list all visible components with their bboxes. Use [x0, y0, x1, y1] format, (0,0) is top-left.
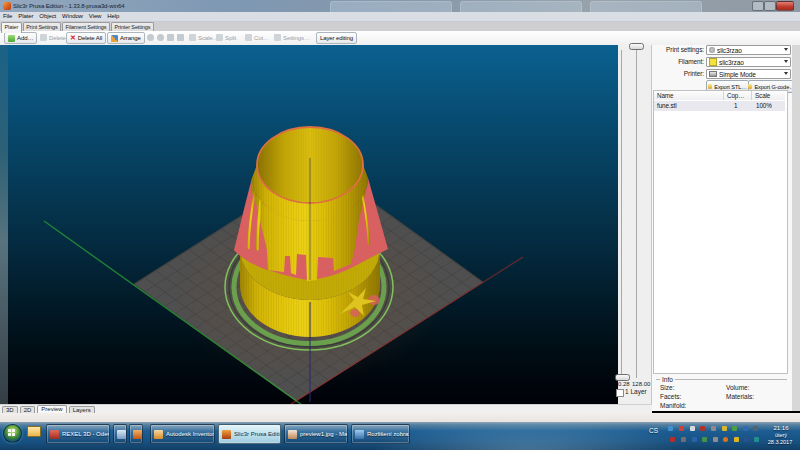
column-name[interactable]: Name [654, 91, 724, 100]
rotate-cw-icon[interactable] [157, 34, 164, 41]
status-bar [0, 413, 800, 422]
taskbar-button-rexel[interactable]: REXEL 3D - Odeslat o… [46, 424, 110, 444]
close-button[interactable] [776, 1, 794, 11]
settings-icon [274, 34, 281, 41]
tray-icon[interactable] [744, 437, 749, 442]
paint-icon [288, 430, 297, 439]
column-scale[interactable]: Scale [752, 91, 785, 100]
minimize-button[interactable] [752, 1, 764, 11]
clock-date: 28.3.2017 [763, 439, 797, 445]
window-frame-left [0, 45, 8, 404]
clock-day: úterý [766, 432, 796, 438]
tray-icon[interactable] [753, 426, 758, 431]
split-button[interactable]: Split [216, 33, 236, 42]
title-bar: Slic3r Prusa Edition - 1.33.8-prusa3d-wi… [0, 0, 800, 12]
tray-icon[interactable] [734, 437, 739, 442]
tray-icon[interactable] [722, 426, 727, 431]
tray-icon[interactable] [713, 437, 718, 442]
menu-help[interactable]: Help [104, 12, 122, 21]
info-title: Info [660, 376, 675, 383]
tray-icon[interactable] [670, 437, 675, 442]
small-app-icon-1 [117, 430, 126, 439]
menu-plater[interactable]: Plater [15, 12, 36, 21]
rotate-ccw-icon[interactable] [147, 34, 154, 41]
taskbar-button-inventor[interactable]: Autodesk Inventor Pr… [150, 424, 215, 444]
language-indicator[interactable]: CS [649, 427, 658, 434]
chevron-down-icon [784, 48, 788, 51]
menu-object[interactable]: Object [36, 12, 59, 21]
inventor-icon [154, 430, 163, 439]
printer-icon [709, 71, 717, 77]
layer-slider-low-value: 0.28 [618, 381, 630, 387]
layer-slider-high-track[interactable] [636, 50, 637, 378]
scale-down-icon[interactable] [177, 34, 184, 41]
settings-button[interactable]: Settings… [274, 33, 310, 42]
layer-editing-button[interactable]: Layer editing [316, 32, 357, 44]
delete-all-icon: ✕ [70, 34, 76, 42]
filament-combo[interactable]: slic3rzao [706, 57, 791, 67]
toolbar: Add… Delete ✕ Delete All Arrange Scale… … [0, 31, 800, 46]
split-icon [216, 34, 223, 41]
screen: Slic3r Prusa Edition - 1.33.8-prusa3d-wi… [0, 0, 800, 450]
column-copies[interactable]: Cop… [724, 91, 752, 100]
cut-icon [245, 34, 252, 41]
printer-combo[interactable]: Simple Mode [706, 69, 791, 79]
tray-icon[interactable] [723, 437, 728, 442]
table-row[interactable]: fune.stl 1 100% [654, 101, 785, 111]
layer-slider-low-thumb[interactable] [615, 374, 630, 381]
cell-name: fune.stl [657, 102, 677, 109]
cell-scale: 100% [756, 102, 772, 109]
tray-icon[interactable] [754, 437, 759, 442]
scale-up-icon[interactable] [167, 34, 174, 41]
one-layer-checkbox[interactable] [616, 389, 624, 397]
cut-button[interactable]: Cut… [245, 33, 269, 42]
taskbar-small-button-1[interactable] [113, 424, 127, 444]
print-settings-combo[interactable]: slic3rzao [706, 45, 791, 55]
tray-icon[interactable] [702, 437, 707, 442]
export-stl-icon [708, 84, 712, 89]
gear-icon [709, 47, 715, 53]
maximize-button[interactable] [764, 1, 776, 11]
3d-scene [8, 45, 618, 404]
taskbar-button-slic3r[interactable]: Slic3r Prusa Edition -… [218, 424, 281, 444]
layer-slider-low-track[interactable] [621, 50, 622, 378]
arrange-icon [111, 35, 118, 42]
delete-all-button[interactable]: ✕ Delete All [66, 32, 106, 44]
taskbar-small-button-2[interactable] [129, 424, 143, 444]
tray-icon[interactable] [711, 426, 716, 431]
tab-plater[interactable]: Plater [1, 22, 22, 33]
taskbar-button-resolution[interactable]: Rozlišení zobrazení [351, 424, 410, 444]
object-table: Name Cop… Scale fune.stl 1 100% [653, 90, 788, 374]
tray-icon[interactable] [700, 426, 705, 431]
tray-icon[interactable] [668, 426, 673, 431]
printer-label: Printer: [654, 70, 704, 77]
arrange-button[interactable]: Arrange [107, 32, 145, 44]
taskbar-button-paint[interactable]: preview1.jpg - Malov… [284, 424, 348, 444]
tray-icon[interactable] [732, 426, 737, 431]
delete-icon [40, 34, 47, 41]
clock-time[interactable]: 21:16 [766, 425, 796, 431]
info-manifold-label: Manifold: [660, 402, 686, 409]
slic3r-taskbar-icon [222, 430, 231, 439]
menu-file[interactable]: File [0, 12, 15, 21]
tray-icon[interactable] [690, 426, 695, 431]
layer-slider-high-thumb[interactable] [629, 43, 644, 50]
delete-button[interactable]: Delete [40, 33, 66, 42]
small-app-icon-2 [133, 430, 142, 439]
menu-window[interactable]: Window [59, 12, 86, 21]
tray-icon[interactable] [679, 426, 684, 431]
slic3r-app-icon [3, 2, 11, 10]
scale-button[interactable]: Scale… [189, 33, 218, 42]
explorer-icon[interactable] [27, 426, 41, 437]
tray-icon[interactable] [743, 426, 748, 431]
filament-color-swatch [709, 58, 717, 66]
right-panel: Print settings: slic3rzao Filament: slic… [652, 45, 792, 411]
tray-icon[interactable] [692, 437, 697, 442]
start-button[interactable] [3, 424, 22, 443]
print-settings-label: Print settings: [654, 46, 704, 53]
info-facets-label: Facets: [660, 393, 681, 400]
tray-icon[interactable] [681, 437, 686, 442]
add-button[interactable]: Add… [4, 32, 37, 44]
menu-view[interactable]: View [86, 12, 105, 21]
3d-viewport[interactable] [8, 45, 618, 404]
